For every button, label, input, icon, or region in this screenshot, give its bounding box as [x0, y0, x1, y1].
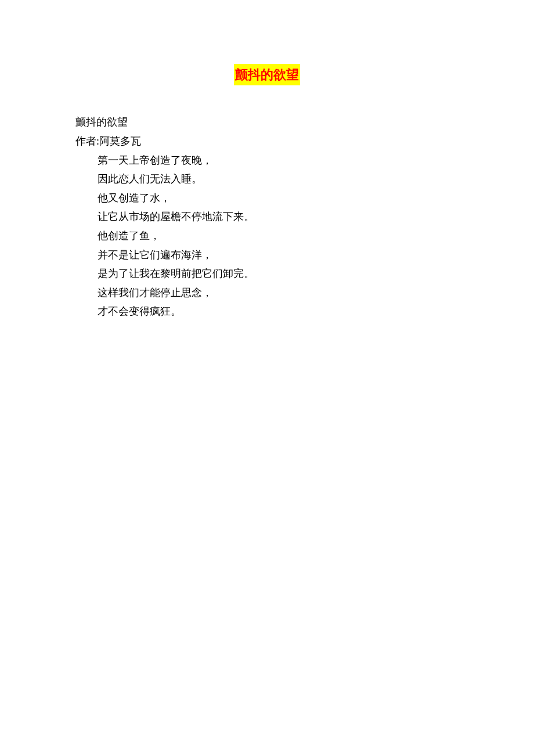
poem-line: 这样我们才能停止思念， — [98, 284, 459, 302]
poem-body: 第一天上帝创造了夜晚， 因此恋人们无法入睡。 他又创造了水， 让它从市场的屋檐不… — [75, 152, 459, 321]
document-title: 颤抖的欲望 — [234, 64, 300, 85]
poem-line: 第一天上帝创造了夜晚， — [98, 152, 459, 170]
poem-line: 才不会变得疯狂。 — [98, 303, 459, 321]
subtitle-line: 颤抖的欲望 — [75, 113, 459, 131]
document-page: 颤抖的欲望 颤抖的欲望 作者:阿莫多瓦 第一天上帝创造了夜晚， 因此恋人们无法入… — [0, 0, 534, 321]
poem-line: 他又创造了水， — [98, 189, 459, 207]
author-line: 作者:阿莫多瓦 — [75, 132, 459, 150]
poem-line: 并不是让它们遍布海洋， — [98, 246, 459, 264]
poem-line: 让它从市场的屋檐不停地流下来。 — [98, 208, 459, 226]
poem-line: 是为了让我在黎明前把它们卸完。 — [98, 265, 459, 283]
title-wrapper: 颤抖的欲望 — [75, 64, 459, 85]
poem-line: 因此恋人们无法入睡。 — [98, 170, 459, 188]
poem-line: 他创造了鱼， — [98, 227, 459, 245]
